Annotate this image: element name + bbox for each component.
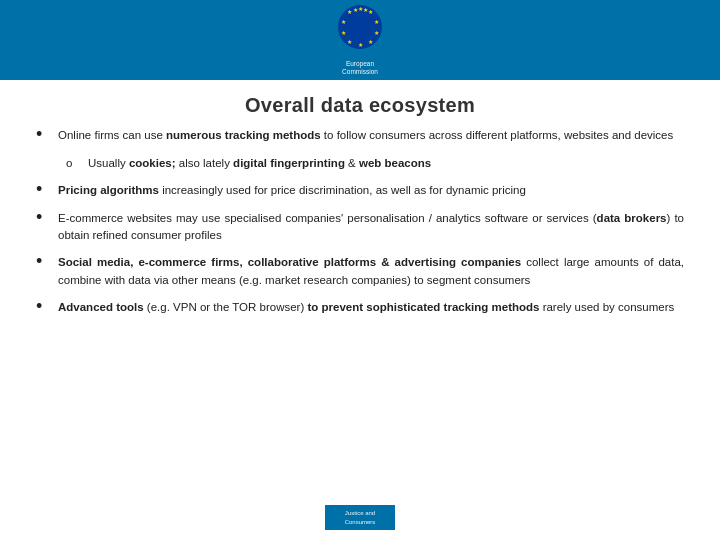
bullet-dot-4: • bbox=[36, 252, 54, 272]
content-area: • Online firms can use numerous tracking… bbox=[0, 127, 720, 317]
svg-text:★: ★ bbox=[347, 38, 352, 44]
bullet-item-3: • E-commerce websites may use specialise… bbox=[36, 210, 684, 245]
bullet-text-2: Pricing algorithms increasingly used for… bbox=[58, 182, 684, 199]
svg-text:★: ★ bbox=[368, 38, 373, 44]
svg-text:★: ★ bbox=[358, 42, 363, 48]
header-bar: ★ ★ ★ ★ ★ ★ ★ ★ ★ ★ ★ ★ European Commiss… bbox=[0, 0, 720, 80]
svg-text:★: ★ bbox=[353, 6, 358, 12]
bullet-item-4: • Social media, e-commerce firms, collab… bbox=[36, 254, 684, 289]
bullet-dot-2: • bbox=[36, 180, 54, 200]
bullet-item-1: • Online firms can use numerous tracking… bbox=[36, 127, 684, 145]
page-title: Overall data ecosystem bbox=[0, 80, 720, 127]
bullet-dot-5: • bbox=[36, 297, 54, 317]
bullet-item-5: • Advanced tools (e.g. VPN or the TOR br… bbox=[36, 299, 684, 317]
bullet-item-2: • Pricing algorithms increasingly used f… bbox=[36, 182, 684, 200]
sub-text-1: Usually cookies; also lately digital fin… bbox=[88, 155, 431, 172]
logo-text: European Commission bbox=[342, 60, 378, 77]
sub-item-1: o Usually cookies; also lately digital f… bbox=[66, 155, 684, 172]
svg-text:★: ★ bbox=[374, 29, 379, 35]
svg-text:★: ★ bbox=[363, 6, 368, 12]
svg-text:★: ★ bbox=[341, 29, 346, 35]
bullet-text-4: Social media, e-commerce firms, collabor… bbox=[58, 254, 684, 289]
eu-commission-logo: ★ ★ ★ ★ ★ ★ ★ ★ ★ ★ ★ ★ bbox=[333, 4, 387, 58]
svg-text:★: ★ bbox=[341, 18, 346, 24]
sub-dot-1: o bbox=[66, 155, 84, 172]
bullet-text-3: E-commerce websites may use specialised … bbox=[58, 210, 684, 245]
bullet-dot-3: • bbox=[36, 208, 54, 228]
footer-logo: Justice and Consumers bbox=[325, 505, 395, 530]
bullet-text-1: Online firms can use numerous tracking m… bbox=[58, 127, 684, 144]
bullet-dot-1: • bbox=[36, 125, 54, 145]
bullet-text-5: Advanced tools (e.g. VPN or the TOR brow… bbox=[58, 299, 684, 316]
svg-text:★: ★ bbox=[374, 18, 379, 24]
eu-logo-container: ★ ★ ★ ★ ★ ★ ★ ★ ★ ★ ★ ★ European Commiss… bbox=[333, 4, 387, 77]
svg-text:★: ★ bbox=[368, 9, 373, 15]
